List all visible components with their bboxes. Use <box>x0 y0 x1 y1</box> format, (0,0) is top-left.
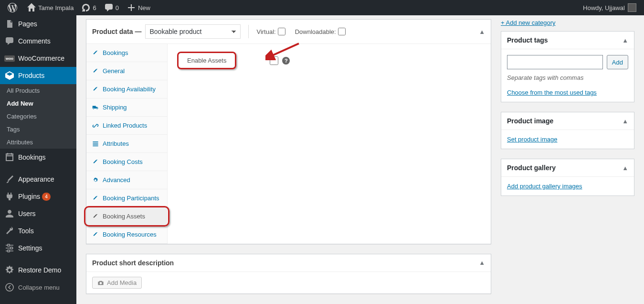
add-media-button[interactable]: Add Media <box>92 277 142 289</box>
toggle-short-desc-icon[interactable]: ▲ <box>479 259 485 267</box>
set-product-image-link[interactable]: Set product image <box>507 136 558 143</box>
tab-booking-assets[interactable]: Booking Assets <box>86 207 167 226</box>
tags-hint: Separate tags with commas <box>507 74 628 81</box>
wordpress-icon <box>8 3 17 12</box>
wp-logo[interactable] <box>4 0 23 15</box>
users-label: Users <box>18 210 36 217</box>
tab-booking-availability[interactable]: Booking Availability <box>86 80 167 98</box>
main-right: + Add new category Product tags ▲ Add Se… <box>501 19 634 304</box>
menu-tools[interactable]: Tools <box>0 222 76 239</box>
downloadable-checkbox[interactable] <box>338 28 346 35</box>
menu-woocommerce[interactable]: woo WooCommerce <box>0 50 76 67</box>
brush-icon <box>5 174 14 184</box>
submenu-tags[interactable]: Tags <box>0 123 76 136</box>
appearance-label: Appearance <box>18 175 54 183</box>
tools-label: Tools <box>18 227 34 235</box>
pages-label: Pages <box>18 20 37 28</box>
update-icon <box>81 3 91 12</box>
tab-booking-participants[interactable]: Booking Participants <box>86 189 167 207</box>
settings-label: Settings <box>18 244 42 252</box>
product-image-title: Product image <box>507 117 553 125</box>
menu-products[interactable]: Products <box>0 67 76 84</box>
svg-line-1 <box>270 43 299 56</box>
main-columns: Product data — Bookable product Virtual:… <box>86 19 634 304</box>
toggle-image-icon[interactable]: ▲ <box>622 118 628 125</box>
product-data-tabs: Bookings General Booking Availability Sh… <box>86 44 168 244</box>
submenu-attributes[interactable]: Attributes <box>0 136 76 149</box>
menu-comments[interactable]: Comments <box>0 33 76 50</box>
woocommerce-icon: woo <box>5 54 14 63</box>
calendar-icon <box>5 152 14 162</box>
annotation-arrow <box>265 41 304 60</box>
svg-point-0 <box>6 283 13 291</box>
main-left: Product data — Bookable product Virtual:… <box>86 19 491 304</box>
tag-input[interactable] <box>507 55 603 69</box>
menu-pages[interactable]: Pages <box>0 15 76 33</box>
virtual-checkbox[interactable] <box>278 28 285 35</box>
add-tag-button[interactable]: Add <box>607 55 628 69</box>
short-description-box: Product short description ▲ Add Media <box>86 254 491 294</box>
admin-bar: Tame Impala 6 0 New Howdy, Ujjawal <box>0 0 644 15</box>
product-gallery-box: Product gallery ▲ Add product gallery im… <box>501 159 634 196</box>
menu-restore-demo[interactable]: Restore Demo <box>0 261 76 279</box>
toggle-panel-icon[interactable]: ▲ <box>479 28 485 35</box>
virtual-option[interactable]: Virtual: <box>256 28 285 35</box>
tab-linked-products[interactable]: Linked Products <box>86 117 167 135</box>
site-name-label: Tame Impala <box>38 4 74 11</box>
woocommerce-label: WooCommerce <box>18 54 64 62</box>
menu-bookings[interactable]: Bookings <box>0 149 76 166</box>
pages-icon <box>5 19 14 29</box>
updates-link[interactable]: 6 <box>77 0 100 15</box>
camera-icon <box>97 280 104 286</box>
collapse-menu[interactable]: Collapse menu <box>0 279 76 296</box>
sliders-icon <box>5 243 14 253</box>
product-data-panel: Enable Assets ? <box>168 44 491 244</box>
plus-icon <box>127 3 136 12</box>
product-gallery-title: Product gallery <box>507 164 556 172</box>
downloadable-option[interactable]: Downloadable: <box>295 28 346 35</box>
new-label: New <box>138 4 150 11</box>
submenu-categories[interactable]: Categories <box>0 110 76 123</box>
product-type-select[interactable]: Bookable product <box>145 24 241 39</box>
add-new-category-link[interactable]: + Add new category <box>501 19 556 26</box>
gear-icon <box>5 265 14 275</box>
short-desc-title: Product short description <box>92 259 174 267</box>
tab-advanced[interactable]: Advanced <box>86 171 167 189</box>
howdy-link[interactable]: Howdy, Ujjawal <box>579 0 640 15</box>
product-data-header: Product data — Bookable product Virtual:… <box>86 20 491 44</box>
tab-booking-costs[interactable]: Booking Costs <box>86 153 167 171</box>
tab-general[interactable]: General <box>86 62 167 80</box>
add-gallery-images-link[interactable]: Add product gallery images <box>507 183 582 190</box>
restore-label: Restore Demo <box>18 266 61 274</box>
downloadable-label: Downloadable: <box>295 28 336 35</box>
collapse-icon <box>5 282 14 292</box>
product-data-body: Bookings General Booking Availability Sh… <box>86 44 491 244</box>
updates-count: 6 <box>93 4 96 11</box>
product-tags-title: Product tags <box>507 36 548 44</box>
new-link[interactable]: New <box>123 0 154 15</box>
side-menu: Pages Comments woo WooCommerce Products … <box>0 15 76 304</box>
home-icon <box>27 3 36 12</box>
product-data-title: Product data — <box>92 28 141 35</box>
submenu-add-new[interactable]: Add New <box>0 97 76 110</box>
comment-icon <box>104 3 114 12</box>
choose-tags-link[interactable]: Choose from the most used tags <box>507 89 597 96</box>
comments-menu-icon <box>5 36 14 46</box>
tab-booking-resources[interactable]: Booking Resources <box>86 226 167 244</box>
plugins-badge: 4 <box>42 193 51 201</box>
menu-plugins[interactable]: Plugins 4 <box>0 188 76 205</box>
tab-shipping[interactable]: Shipping <box>86 98 167 117</box>
menu-users[interactable]: Users <box>0 205 76 222</box>
user-icon <box>5 209 14 218</box>
virtual-label: Virtual: <box>256 28 275 35</box>
comments-label: Comments <box>18 37 51 45</box>
menu-appearance[interactable]: Appearance <box>0 171 76 188</box>
submenu-all-products[interactable]: All Products <box>0 84 76 97</box>
toggle-tags-icon[interactable]: ▲ <box>622 37 628 44</box>
tab-bookings[interactable]: Bookings <box>86 44 167 62</box>
menu-settings[interactable]: Settings <box>0 239 76 257</box>
site-name-link[interactable]: Tame Impala <box>23 0 77 15</box>
tab-attributes[interactable]: Attributes <box>86 135 167 153</box>
comments-link[interactable]: 0 <box>100 0 123 15</box>
toggle-gallery-icon[interactable]: ▲ <box>622 164 628 172</box>
